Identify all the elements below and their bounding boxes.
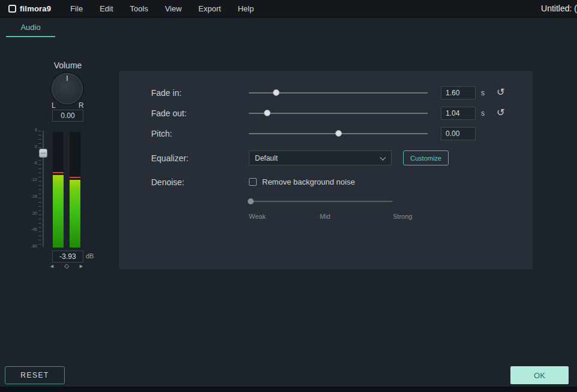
- pitch-value-field[interactable]: 0.00: [441, 127, 476, 140]
- fade-out-value-field[interactable]: 1.04: [441, 107, 476, 120]
- db-scale-tick: 6: [29, 128, 37, 132]
- menu-edit[interactable]: Edit: [94, 2, 119, 16]
- menu-tools[interactable]: Tools: [124, 2, 154, 16]
- volume-knob[interactable]: [52, 73, 83, 104]
- db-scale-tick: -6: [29, 161, 37, 165]
- denoise-slider-track[interactable]: [249, 201, 393, 202]
- next-frame-icon[interactable]: ►: [79, 264, 84, 269]
- db-scale-tick: 0: [29, 144, 37, 149]
- db-scale-tick: -60: [29, 244, 37, 248]
- left-channel-label: L: [52, 101, 56, 110]
- fade-out-label: Fade out:: [151, 108, 187, 118]
- volume-title: Volume: [48, 61, 88, 70]
- project-title: Untitled: (: [541, 4, 577, 13]
- fade-out-slider-track[interactable]: [249, 113, 428, 114]
- reset-button[interactable]: RESET: [5, 366, 65, 384]
- denoise-level-slider[interactable]: [249, 197, 393, 206]
- pitch-slider[interactable]: [249, 128, 428, 140]
- fade-in-unit-label: s: [481, 89, 485, 97]
- fade-in-reset-icon[interactable]: ↺: [497, 88, 504, 97]
- tab-audio[interactable]: Audio: [6, 19, 55, 37]
- customize-button[interactable]: Customize: [403, 150, 449, 165]
- fade-in-slider[interactable]: [249, 87, 428, 99]
- denoise-level-weak: Weak: [249, 213, 266, 220]
- volume-value-field[interactable]: 0.00: [52, 110, 83, 122]
- equalizer-selected-value: Default: [255, 154, 278, 162]
- pitch-slider-handle[interactable]: [335, 130, 342, 137]
- denoise-label: Denoise:: [151, 177, 184, 187]
- volume-knob-indicator: [67, 76, 68, 81]
- vu-meter-right-peak: [70, 177, 80, 178]
- pitch-label: Pitch:: [151, 129, 172, 138]
- bottom-strip: [0, 387, 577, 392]
- db-scale-tick: -30: [29, 211, 37, 215]
- fade-in-slider-handle[interactable]: [273, 89, 280, 96]
- vu-meter-right-fill: [70, 180, 80, 248]
- fade-in-value-field[interactable]: 1.60: [441, 86, 476, 99]
- db-scale-tick: -46: [29, 227, 37, 231]
- app-logo-text: filmora9: [20, 4, 51, 13]
- denoise-level-strong: Strong: [393, 213, 412, 220]
- db-unit-label: dB: [86, 252, 94, 260]
- fade-out-unit-label: s: [481, 109, 485, 117]
- fade-in-label: Fade in:: [151, 88, 182, 98]
- menu-export[interactable]: Export: [193, 2, 227, 16]
- app-logo: filmora9: [8, 4, 51, 13]
- prev-frame-icon[interactable]: ◄: [49, 264, 55, 269]
- equalizer-label: Equalizer:: [151, 153, 188, 163]
- menu-file[interactable]: File: [64, 2, 89, 16]
- vu-meter-left-peak: [53, 172, 64, 173]
- denoise-checkbox[interactable]: [249, 178, 257, 186]
- menu-bar: filmora9 File Edit Tools View Export Hel…: [0, 0, 577, 18]
- db-scale-tick: -18: [29, 194, 37, 198]
- volume-slider-handle[interactable]: [39, 149, 47, 158]
- menu-items: File Edit Tools View Export Help: [64, 2, 260, 16]
- meter-value-field[interactable]: -3.93: [52, 251, 83, 263]
- transport-controls: ◄ ◇ ►: [49, 263, 84, 269]
- equalizer-dropdown[interactable]: Default: [249, 150, 392, 165]
- denoise-checkbox-label: Remove background noise: [262, 177, 355, 186]
- denoise-slider-handle[interactable]: [248, 198, 254, 204]
- db-scale-tick: -12: [29, 177, 37, 182]
- filmora-audio-settings-window: filmora9 File Edit Tools View Export Hel…: [0, 0, 577, 392]
- vu-meter-left-fill: [53, 175, 64, 248]
- ok-button[interactable]: OK: [510, 366, 569, 384]
- fade-out-reset-icon[interactable]: ↺: [497, 108, 504, 117]
- vu-meter-left: [53, 132, 64, 248]
- vu-meter-right: [70, 132, 80, 248]
- tab-bar: Audio: [0, 19, 577, 37]
- filmora-logo-icon: [8, 5, 16, 13]
- denoise-level-mid: Mid: [320, 213, 330, 220]
- right-channel-label: R: [79, 101, 84, 110]
- fade-out-slider[interactable]: [249, 107, 428, 119]
- db-scale-labels: 6 0 -6 -12 -18 -30 -46 -60: [29, 128, 37, 248]
- audio-settings-panel: Fade in: 1.60 s ↺ Fade out: 1.04 s ↺ Pit…: [119, 71, 533, 270]
- fade-out-slider-handle[interactable]: [264, 110, 271, 116]
- keyframe-icon[interactable]: ◇: [64, 263, 69, 269]
- menu-help[interactable]: Help: [232, 2, 260, 16]
- chevron-down-icon: [380, 155, 386, 161]
- menu-view[interactable]: View: [159, 2, 188, 16]
